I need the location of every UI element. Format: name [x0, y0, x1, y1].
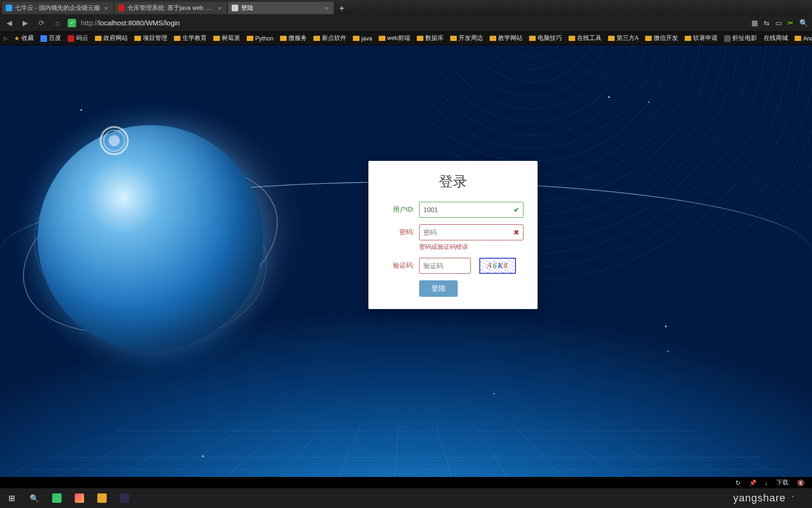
task-app-1[interactable] — [46, 488, 68, 508]
screenshot-icon[interactable]: ✂ — [788, 19, 794, 27]
login-panel: 登录 用户ID: ✔ 密码: ✖ 密码或验证码错误 验证码: ✖ A — [368, 161, 538, 309]
tab-close-0[interactable]: × — [103, 5, 109, 12]
device-icon[interactable]: ▭ — [775, 19, 782, 27]
folder-icon — [379, 36, 385, 41]
folder-icon — [247, 36, 253, 41]
bookmark-16[interactable]: 在线工具 — [569, 34, 601, 42]
bookmark-22[interactable]: Android — [795, 35, 812, 42]
status-pin-icon[interactable]: 📌 — [749, 479, 757, 486]
forward-button[interactable]: ▶ — [20, 17, 31, 29]
bookmark-gitee[interactable]: 码云 — [68, 34, 88, 42]
password-row: 密码: ✖ — [383, 224, 523, 240]
browser-tab-2[interactable]: 登陆 × — [228, 2, 334, 14]
browser-tab-1[interactable]: 仓库管理系统: 基于java web SSM × — [114, 2, 227, 14]
browser-tab-0[interactable]: 七牛云 - 国内领先的企业级云服 × — [2, 2, 113, 14]
translate-icon[interactable]: ⇆ — [764, 19, 770, 27]
folder-icon — [95, 36, 102, 41]
user-row: 用户ID: ✔ — [383, 202, 523, 218]
bookmark-12[interactable]: 数据库 — [417, 34, 444, 42]
bookmark-13[interactable]: 开发周边 — [450, 34, 483, 42]
bookmark-5[interactable]: 生学教育 — [174, 34, 207, 42]
bg-star — [493, 393, 494, 394]
status-download-label[interactable]: 下载 — [776, 478, 789, 487]
folder-icon — [795, 36, 801, 41]
status-restore-icon[interactable]: ↻ — [735, 479, 741, 486]
tab-title-1: 仓库管理系统: 基于java web SSM — [127, 4, 214, 12]
tab-title-0: 七牛云 - 国内领先的企业级云服 — [15, 4, 100, 12]
back-button[interactable]: ◀ — [4, 17, 15, 29]
new-tab-button[interactable]: + — [335, 3, 350, 14]
bg-grid-floor — [0, 424, 812, 478]
bg-globe — [38, 125, 263, 351]
folder-icon — [645, 36, 652, 41]
bookmark-baidu[interactable]: 百度 — [40, 34, 61, 42]
bookmark-20[interactable]: 虾扯电影 — [724, 34, 757, 42]
task-app-explorer[interactable] — [91, 488, 113, 508]
user-label: 用户ID: — [383, 206, 414, 214]
status-download-icon[interactable]: ↓ — [765, 479, 768, 486]
tray-expand-icon[interactable]: ˄ — [791, 495, 795, 502]
captcha-row: 验证码: ✖ A 6 K 8 — [383, 258, 523, 274]
security-shield-icon[interactable]: ✓ — [68, 19, 76, 27]
bookmark-fav[interactable]: ★收藏 — [14, 34, 34, 42]
bookmark-18[interactable]: 微信开发 — [645, 34, 678, 42]
watermark: yangshare — [733, 492, 786, 504]
folder-icon — [280, 36, 287, 41]
bookmark-8[interactable]: 微服务 — [280, 34, 307, 42]
bookmark-21[interactable]: 在线商城 — [764, 34, 788, 42]
bookmark-9[interactable]: 新点软件 — [313, 34, 346, 42]
password-input[interactable] — [423, 229, 514, 236]
task-app-ide[interactable] — [114, 488, 135, 508]
folder-icon — [608, 36, 615, 41]
gitee-icon — [68, 35, 74, 42]
search-icon[interactable]: 🔍 — [799, 19, 808, 27]
browser-tabbar: 七牛云 - 国内领先的企业级云服 × 仓库管理系统: 基于java web SS… — [0, 0, 812, 14]
task-app-2[interactable] — [69, 488, 90, 508]
qr-icon[interactable]: ▦ — [751, 19, 758, 27]
tab-title-2: 登陆 — [241, 4, 320, 12]
bookmarks-bar: ▷ ★收藏 百度 码云 政府网站 项目管理 生学教育 树莓派 Python 微服… — [0, 32, 812, 45]
bookmark-3[interactable]: 政府网站 — [95, 34, 128, 42]
tab-close-2[interactable]: × — [323, 5, 330, 12]
folder-icon — [417, 36, 423, 41]
folder-icon — [213, 36, 220, 41]
bookmark-7[interactable]: Python — [247, 35, 273, 42]
url-bar[interactable]: http://localhost:8080/WMS/login — [81, 19, 747, 27]
bookmark-14[interactable]: 教学网站 — [490, 34, 523, 42]
bookmark-4[interactable]: 项目管理 — [134, 34, 167, 42]
favicon-2 — [232, 5, 238, 11]
bookmark-11[interactable]: web前端 — [379, 34, 410, 42]
password-label: 密码: — [383, 228, 414, 237]
user-input[interactable] — [423, 206, 514, 214]
status-mute-icon[interactable]: 🔇 — [797, 479, 804, 486]
captcha-image[interactable]: A 6 K 8 — [479, 258, 516, 274]
windows-taskbar: ⊞ 🔍 yangshare ˄ — [0, 488, 812, 508]
login-button[interactable]: 登陆 — [419, 280, 458, 297]
captcha-input-wrap[interactable]: ✖ — [419, 258, 471, 274]
folder-icon — [569, 36, 575, 41]
url-scheme: http:// — [81, 19, 99, 27]
bookmark-19[interactable]: 软著申请 — [685, 34, 718, 42]
folder-icon — [134, 36, 141, 41]
home-button[interactable]: ⌂ — [52, 17, 63, 29]
tab-close-1[interactable]: × — [217, 5, 223, 12]
start-button[interactable]: ⊞ — [1, 488, 23, 508]
star-icon: ★ — [14, 35, 20, 42]
bookmark-15[interactable]: 电脑技巧 — [529, 34, 562, 42]
user-input-wrap[interactable]: ✔ — [419, 202, 523, 218]
browser-navbar: ◀ ▶ ⟳ ⌂ ✓ http://localhost:8080/WMS/logi… — [0, 14, 812, 32]
check-icon: ✔ — [514, 206, 519, 214]
password-input-wrap[interactable]: ✖ — [419, 224, 523, 240]
x-icon: ✖ — [514, 229, 519, 236]
search-button[interactable]: 🔍 — [23, 488, 45, 508]
folder-icon — [313, 36, 320, 41]
folder-icon — [685, 36, 691, 41]
bookmark-10[interactable]: java — [353, 35, 372, 42]
reload-button[interactable]: ⟳ — [36, 17, 47, 29]
bookmarks-overflow-left[interactable]: ▷ — [4, 35, 8, 41]
bookmark-17[interactable]: 第三方A — [608, 34, 639, 42]
bookmark-6[interactable]: 树莓派 — [213, 34, 240, 42]
folder-icon — [490, 36, 496, 41]
folder-icon — [529, 36, 536, 41]
browser-status-bar: ↻ 📌 ↓ 下载 🔇 — [0, 477, 812, 488]
